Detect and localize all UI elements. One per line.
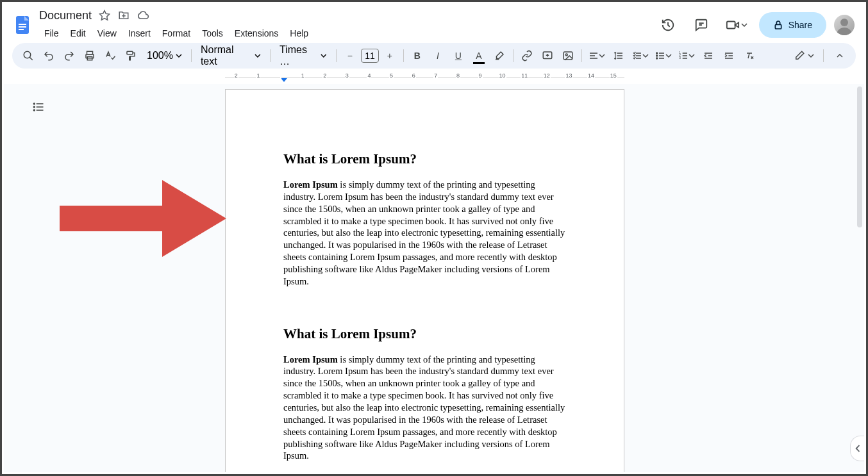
indent-marker-left[interactable] (281, 78, 287, 82)
vertical-scrollbar[interactable] (857, 86, 862, 227)
zoom-value: 100% (147, 50, 173, 62)
fontsize-decrease[interactable]: − (340, 46, 360, 65)
add-comment-icon[interactable] (538, 46, 557, 65)
svg-point-6 (840, 19, 848, 26)
paragraph-1: Lorem Ipsum is simply dummy text of the … (283, 179, 566, 288)
text-color-icon[interactable]: A (469, 46, 488, 65)
clear-formatting-icon[interactable] (740, 46, 759, 65)
header: Document File Edit View Insert Format To… (2, 2, 866, 43)
highlight-icon[interactable] (490, 46, 509, 65)
svg-text:3: 3 (679, 56, 681, 60)
bulleted-list-dropdown[interactable] (653, 46, 674, 65)
insert-link-icon[interactable] (517, 46, 537, 65)
svg-point-7 (24, 51, 31, 58)
numbered-list-dropdown[interactable]: 123 (676, 46, 697, 65)
font-value: Times … (280, 44, 318, 67)
print-icon[interactable] (80, 46, 99, 65)
svg-rect-2 (19, 26, 26, 28)
menu-view[interactable]: View (92, 26, 122, 41)
insert-image-icon[interactable] (558, 46, 578, 65)
page[interactable]: What is Lorem Ipsum? Lorem Ipsum is simp… (225, 89, 624, 472)
redo-icon[interactable] (60, 46, 79, 65)
heading-1: What is Lorem Ipsum? (283, 151, 566, 167)
svg-point-16 (656, 55, 658, 56)
spellcheck-icon[interactable] (101, 46, 120, 65)
svg-point-15 (656, 53, 658, 54)
styles-dropdown[interactable]: Normal text (196, 47, 266, 65)
side-panel-toggle[interactable] (850, 436, 864, 461)
heading-2: What is Lorem Ipsum? (283, 326, 566, 342)
menu-format[interactable]: Format (157, 26, 196, 41)
ruler[interactable]: 21123456789101112131415 (2, 72, 866, 85)
svg-point-21 (34, 103, 35, 104)
comments-icon[interactable] (689, 12, 714, 38)
svg-point-23 (34, 110, 35, 111)
editing-mode-dropdown[interactable] (791, 46, 817, 65)
search-menu-icon[interactable] (19, 46, 38, 65)
collapse-toolbar-icon[interactable] (830, 46, 849, 65)
svg-rect-4 (726, 22, 735, 29)
account-avatar[interactable] (834, 15, 855, 35)
line-spacing-icon[interactable] (609, 46, 628, 65)
increase-indent-icon[interactable] (719, 46, 739, 65)
font-dropdown[interactable]: Times … (274, 47, 332, 65)
meet-button[interactable] (722, 12, 751, 38)
svg-rect-11 (127, 51, 133, 54)
share-label: Share (789, 20, 812, 30)
svg-rect-5 (775, 24, 781, 29)
fontsize-input[interactable] (361, 49, 379, 63)
star-icon[interactable] (98, 9, 111, 22)
menu-file[interactable]: File (39, 26, 64, 41)
docs-logo[interactable] (10, 12, 35, 38)
underline-icon[interactable]: U (449, 46, 468, 65)
paragraph-2: Lorem Ipsum is simply dummy text of the … (283, 354, 566, 463)
menu-insert[interactable]: Insert (123, 26, 156, 41)
svg-point-17 (656, 58, 658, 59)
share-button[interactable]: Share (759, 12, 826, 38)
svg-point-22 (34, 106, 35, 108)
toolbar: 100% Normal text Times … − + B I U A 123 (12, 43, 856, 69)
history-icon[interactable] (655, 12, 681, 38)
checklist-dropdown[interactable] (630, 46, 651, 65)
decrease-indent-icon[interactable] (699, 46, 718, 65)
paint-format-icon[interactable] (121, 46, 140, 65)
menu-edit[interactable]: Edit (65, 26, 91, 41)
style-value: Normal text (201, 44, 252, 67)
align-dropdown[interactable] (586, 46, 608, 65)
document-canvas: What is Lorem Ipsum? Lorem Ipsum is simp… (4, 84, 864, 472)
menu-bar: File Edit View Insert Format Tools Exten… (39, 24, 313, 42)
italic-icon[interactable]: I (428, 46, 447, 65)
move-icon[interactable] (117, 9, 130, 22)
menu-tools[interactable]: Tools (197, 26, 228, 41)
menu-extensions[interactable]: Extensions (230, 26, 283, 41)
document-title[interactable]: Document (39, 9, 92, 22)
outline-toggle-icon[interactable] (27, 95, 50, 119)
menu-help[interactable]: Help (285, 26, 313, 41)
bold-icon[interactable]: B (408, 46, 427, 65)
svg-rect-13 (563, 52, 572, 60)
svg-rect-1 (19, 24, 26, 25)
svg-point-14 (565, 54, 567, 56)
svg-rect-3 (19, 29, 24, 30)
zoom-dropdown[interactable]: 100% (142, 47, 187, 65)
cloud-status-icon[interactable] (137, 9, 149, 22)
fontsize-increase[interactable]: + (380, 46, 399, 65)
undo-icon[interactable] (39, 46, 58, 65)
